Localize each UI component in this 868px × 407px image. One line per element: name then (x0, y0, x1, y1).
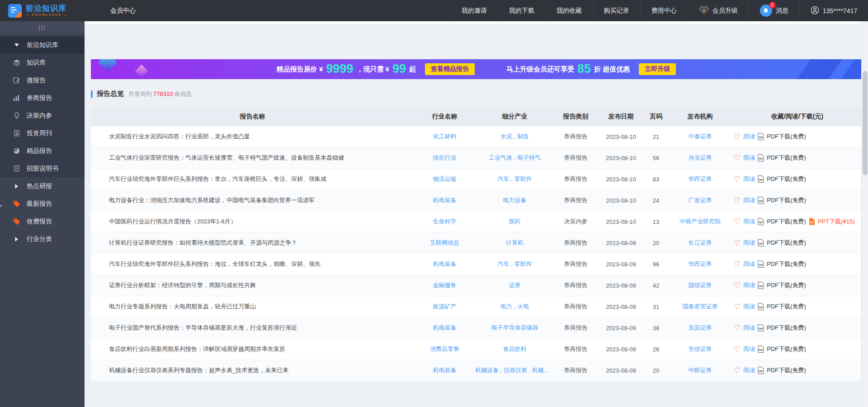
industry-link[interactable]: 机电装备 (414, 196, 475, 204)
upgrade-now-button[interactable]: 立即升级 (639, 63, 676, 75)
favorite-heart-icon[interactable]: ♡ (734, 282, 741, 289)
segment-link[interactable]: 医药 (475, 218, 554, 226)
industry-link[interactable]: 机电装备 (414, 260, 475, 268)
read-link[interactable]: 阅读 (743, 303, 755, 311)
read-link[interactable]: 阅读 (743, 260, 755, 268)
favorite-heart-icon[interactable]: ♡ (734, 303, 741, 311)
read-link[interactable]: 阅读 (743, 281, 755, 289)
pdf-download-link[interactable]: PDF下载(免费) (767, 218, 806, 226)
ppt-download-link[interactable]: PPT下载(¥15) (818, 218, 855, 226)
read-link[interactable]: 阅读 (743, 196, 755, 204)
report-title[interactable]: 汽车行业琰究海外零部件巨头系列报告：李尔，汽车座椅巨头，专注、深耕、强集成 (91, 175, 414, 183)
segment-link[interactable]: 计算机 (475, 239, 554, 247)
report-title[interactable]: 食品饮料行业白酒新周期系列报告：详解区域酒穿越周期并率先复苏 (91, 345, 414, 353)
report-title[interactable]: 中国医药行业运行情况月度报告（2023年1-6月） (91, 218, 414, 226)
sidebar-collapse-handle[interactable]: ▸ (0, 203, 3, 208)
nav-my-downloads[interactable]: 我的下载 (498, 0, 545, 21)
publisher-link[interactable]: 国泰君安证券 (667, 303, 733, 311)
publisher-link[interactable]: 华西证券 (667, 260, 733, 268)
favorite-heart-icon[interactable]: ♡ (734, 154, 741, 162)
industry-link[interactable]: 综合行业 (414, 154, 475, 162)
publisher-link[interactable]: 华西证券 (667, 175, 733, 183)
segment-link[interactable]: 汽车 , 零部件 (475, 260, 554, 268)
favorite-heart-icon[interactable]: ♡ (734, 260, 741, 268)
sidebar-item-micro-report[interactable]: 微报告 (0, 71, 85, 89)
industry-link[interactable]: 物流运输 (414, 175, 475, 183)
sidebar-item-knowledge-base[interactable]: 知识库 (0, 54, 85, 71)
publisher-link[interactable]: 长江证券 (667, 239, 733, 247)
segment-link[interactable]: 工业气体 , 电子特气 (475, 154, 554, 162)
favorite-heart-icon[interactable]: ♡ (734, 324, 741, 332)
pdf-download-link[interactable]: PDF下载(免费) (767, 133, 806, 141)
segment-link[interactable]: 汽车 , 零部件 (475, 175, 554, 183)
read-link[interactable]: 阅读 (743, 239, 755, 247)
pdf-download-link[interactable]: PDF下载(免费) (767, 196, 806, 204)
read-link[interactable]: 阅读 (743, 175, 755, 183)
view-premium-button[interactable]: 查看精品报告 (425, 63, 475, 75)
report-title[interactable]: 汽车行业琰究海外零部件巨头系列报告：海拉，全球车灯龙头，前瞻、深耕、领先 (91, 260, 414, 268)
sidebar-item-invest-weekly[interactable]: 投资周刊 (0, 124, 85, 142)
read-link[interactable]: 阅读 (743, 218, 755, 226)
report-title[interactable]: 水泥制造行业水泥四问四答：行业底部，龙头价值凸显 (91, 133, 414, 141)
read-link[interactable]: 阅读 (743, 154, 755, 162)
publisher-link[interactable]: 中邮证券 (667, 366, 733, 374)
report-title[interactable]: 电力设备行业：消纳压力加速电力系统建设，中国电气装备集团向世界一流进军 (91, 196, 414, 204)
read-link[interactable]: 阅读 (743, 345, 755, 353)
nav-member-upgrade[interactable]: V 会员升级 (688, 0, 749, 21)
publisher-link[interactable]: 国信证券 (667, 281, 733, 289)
industry-link[interactable]: 化工材料 (414, 133, 475, 141)
report-title[interactable]: 工业气体行业深度研究报告：气体运营长坡厚雪、电子特气国产提速、设备制造基本盘稳健 (91, 154, 414, 162)
industry-link[interactable]: 机电装备 (414, 366, 475, 374)
pdf-download-link[interactable]: PDF下载(免费) (767, 303, 806, 311)
sidebar-item-frontier-knowledge[interactable]: 前沿知识库 (0, 36, 85, 54)
industry-link[interactable]: 金融服务 (414, 281, 475, 289)
sidebar-item-decision-ref[interactable]: 决策内参 (0, 107, 85, 124)
publisher-link[interactable]: 广发证券 (667, 196, 733, 204)
sidebar-item-premium-report[interactable]: 精品报告 (0, 142, 85, 160)
sidebar-item-latest-report[interactable]: 最新报告 (0, 195, 85, 213)
industry-link[interactable]: 互联网信息 (414, 239, 475, 247)
report-title[interactable]: 电子行业国产替代系列报告：半导体存储器星辰大海，行业复苏渐行渐近 (91, 324, 414, 332)
nav-messages[interactable]: 0 消息 (749, 0, 799, 21)
segment-link[interactable]: 电力 , 火电 (475, 303, 554, 311)
report-title[interactable]: 电力行业专题系列报告：火电周期复盘，轻舟已过万重山 (91, 303, 414, 311)
nav-my-favorites[interactable]: 我的收藏 (545, 0, 593, 21)
pdf-download-link[interactable]: PDF下载(免费) (767, 260, 806, 268)
favorite-heart-icon[interactable]: ♡ (734, 175, 741, 183)
segment-link[interactable]: 水泥 , 制造 (475, 133, 554, 141)
industry-link[interactable]: 能源矿产 (414, 303, 475, 311)
favorite-heart-icon[interactable]: ♡ (734, 345, 741, 353)
sidebar-collapse-toggle[interactable]: ||| (0, 21, 85, 33)
publisher-link[interactable]: 东莞证券 (667, 324, 733, 332)
industry-link[interactable]: 消费品零售 (414, 345, 475, 353)
read-link[interactable]: 阅读 (743, 133, 755, 141)
read-link[interactable]: 阅读 (743, 366, 755, 374)
publisher-link[interactable]: 中泰证券 (667, 133, 733, 141)
pdf-download-link[interactable]: PDF下载(免费) (767, 366, 806, 374)
segment-link[interactable]: 食品饮料 (475, 345, 554, 353)
report-title[interactable]: 机械设备行业仪器仪表系列专题报告：超声水表_技术更迭，未来已来 (91, 366, 414, 374)
sidebar-item-prospectus[interactable]: 招股说明书 (0, 160, 85, 177)
nav-user-account[interactable]: 135****7417 (799, 0, 868, 21)
read-link[interactable]: 阅读 (743, 324, 755, 332)
segment-link[interactable]: 电力设备 (475, 196, 554, 204)
publisher-link[interactable]: 兴业证券 (667, 154, 733, 162)
vertical-scrollbar[interactable] (861, 21, 868, 407)
segment-link[interactable]: 机械设备 , 仪器仪表 , 机械设备 (475, 366, 554, 374)
nav-purchase-history[interactable]: 购买记录 (593, 0, 640, 21)
app-logo[interactable]: 前沿知识库 — KNOWLEDGE — (8, 4, 99, 18)
pdf-download-link[interactable]: PDF下载(免费) (767, 324, 806, 332)
industry-link[interactable]: 机电装备 (414, 324, 475, 332)
sidebar-item-broker-report[interactable]: 券商报告 (0, 89, 85, 107)
industry-link[interactable]: 生命科学 (414, 218, 475, 226)
scrollbar-thumb[interactable] (863, 71, 868, 175)
favorite-heart-icon[interactable]: ♡ (734, 239, 741, 247)
favorite-heart-icon[interactable]: ♡ (734, 133, 741, 141)
nav-billing-center[interactable]: 费用中心 (640, 0, 688, 21)
sidebar-item-industry-category[interactable]: 行业分类 (0, 230, 85, 248)
favorite-heart-icon[interactable]: ♡ (734, 197, 741, 204)
sidebar-item-hot-research[interactable]: 热点研报 (0, 177, 85, 195)
publisher-link[interactable]: 中商产业研究院 (667, 218, 733, 226)
report-title[interactable]: 计算机行业证券研究报告：如何看待大模型范式变革、开源与闭源之争？ (91, 239, 414, 247)
pdf-download-link[interactable]: PDF下载(免费) (767, 281, 806, 289)
